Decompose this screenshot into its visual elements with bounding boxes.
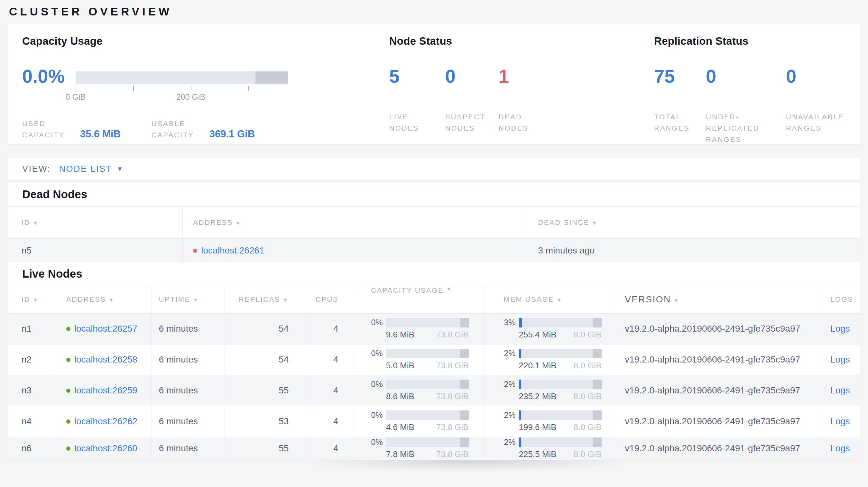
dead-col-address[interactable]: ADDRESS▼ [183, 206, 526, 239]
live-col-capacity-usage[interactable]: CAPACITY USAGE▼ [352, 286, 484, 295]
mem-meter [519, 437, 601, 447]
node-address-link[interactable]: localhost:26257 [74, 324, 137, 333]
live-col-logs: LOGS [816, 286, 860, 313]
tick-label-0: 0 GiB [66, 92, 86, 102]
mem-meter [519, 411, 601, 420]
logs-link[interactable]: Logs [830, 385, 850, 395]
used-capacity-label: USED CAPACITY [22, 118, 78, 140]
node-id: n3 [8, 375, 56, 406]
node-logs-cell: Logs [816, 313, 860, 344]
suspect-nodes-label: SUSPECT NODES [445, 111, 487, 134]
node-logs-cell: Logs [816, 406, 860, 437]
node-capacity-cell: 0% 7.8 MiB73.8 GiB [352, 437, 484, 460]
node-address-cell: localhost:26260 [56, 437, 152, 460]
dead-col-id[interactable]: ID▼ [8, 206, 183, 239]
live-nodes-heading: Live Nodes [8, 262, 860, 286]
node-address-link[interactable]: localhost:26259 [74, 385, 137, 395]
capacity-meter [386, 349, 469, 358]
dead-col-dead-since[interactable]: DEAD SINCE▼ [526, 206, 860, 239]
table-row: n4 localhost:26262 6 minutes 53 4 0% 4.6… [8, 406, 860, 437]
dead-nodes-table: ID▼ ADDRESS▼ DEAD SINCE▼ n5 localhost:26… [8, 206, 860, 262]
logs-link[interactable]: Logs [830, 416, 850, 426]
sort-icon: ▼ [193, 297, 199, 303]
total-ranges-label: TOTAL RANGES [654, 111, 696, 134]
live-col-uptime[interactable]: UPTIME▼ [152, 286, 225, 313]
node-cpus: 4 [305, 375, 352, 406]
node-logs-cell: Logs [816, 375, 860, 406]
live-status-dot-icon [66, 358, 70, 362]
live-nodes-header-row: ID▼ ADDRESS▼ UPTIME▼ REPLICAS▼ CPUS CAPA… [8, 286, 860, 313]
node-mem-cell: 2% 225.5 MiB8.0 GiB [484, 437, 615, 460]
capacity-meter [386, 318, 469, 327]
suspect-nodes-stat: 0 SUSPECT NODES [445, 66, 499, 134]
live-status-dot-icon [66, 419, 70, 424]
node-address-cell: localhost:26258 [56, 344, 152, 375]
live-col-mem-usage[interactable]: MEM USAGE▼ [484, 286, 615, 313]
capacity-percent: 0.0% [22, 66, 75, 87]
nodes-tables-card: Dead Nodes ID▼ ADDRESS▼ DEAD SINCE▼ [8, 183, 860, 460]
node-address-link[interactable]: localhost:26260 [74, 443, 137, 453]
sort-icon: ▼ [109, 297, 115, 303]
node-mem-cell: 2% 220.1 MiB8.0 GiB [484, 344, 615, 375]
node-address-link[interactable]: localhost:26262 [74, 416, 137, 426]
node-address-link[interactable]: localhost:26258 [74, 355, 137, 364]
live-col-replicas[interactable]: REPLICAS▼ [225, 286, 305, 313]
node-uptime: 6 minutes [152, 344, 225, 375]
sort-icon: ▼ [674, 298, 679, 303]
mem-meter [519, 318, 601, 327]
node-cpus: 4 [305, 344, 352, 375]
capacity-usage-section: Capacity Usage 0.0% 0 GiB 200 GiB [22, 35, 389, 144]
node-version: v19.2.0-alpha.20190606-2491-gfe735c9a97 [615, 406, 816, 437]
node-replicas: 55 [225, 375, 305, 406]
logs-link[interactable]: Logs [830, 355, 850, 364]
node-version: v19.2.0-alpha.20190606-2491-gfe735c9a97 [615, 344, 816, 375]
table-row: n3 localhost:26259 6 minutes 55 4 0% 8.6… [8, 375, 860, 406]
dead-nodes-value: 1 [499, 66, 563, 87]
live-col-id[interactable]: ID▼ [8, 286, 56, 313]
live-nodes-label: LIVE NODES [389, 111, 431, 134]
live-col-version[interactable]: VERSION▼ [615, 286, 816, 313]
table-row: n5 localhost:26261 3 minutes ago [8, 239, 860, 262]
dead-nodes-heading: Dead Nodes [8, 183, 860, 206]
live-col-address[interactable]: ADDRESS▼ [56, 286, 152, 313]
node-status-section: Node Status 5 LIVE NODES 0 SUSPECT NODES… [389, 35, 654, 144]
node-version: v19.2.0-alpha.20190606-2491-gfe735c9a97 [615, 375, 816, 406]
node-id: n1 [8, 313, 56, 344]
view-selector-bar: VIEW: NODE LIST ▼ [8, 158, 860, 180]
used-capacity-value: 35.6 MiB [80, 128, 121, 140]
node-id: n2 [8, 344, 56, 375]
node-address-cell: localhost:26257 [56, 313, 152, 344]
node-replicas: 55 [225, 437, 305, 460]
dead-node-id: n5 [8, 239, 183, 262]
sort-icon: ▼ [33, 297, 39, 303]
node-uptime: 6 minutes [152, 437, 225, 460]
capacity-usage-title: Capacity Usage [22, 35, 389, 47]
node-version: v19.2.0-alpha.20190606-2491-gfe735c9a97 [615, 313, 816, 344]
tick-label-200: 200 GiB [176, 92, 205, 102]
node-replicas: 54 [225, 344, 305, 375]
capacity-gauge-axis [75, 86, 288, 92]
cluster-overview-page: CLUSTER OVERVIEW Capacity Usage 0.0% 0 G… [0, 0, 868, 473]
node-address-cell: localhost:26259 [56, 375, 152, 406]
dead-node-dead-since: 3 minutes ago [526, 239, 860, 262]
node-replicas: 53 [225, 406, 305, 437]
node-replicas: 54 [225, 313, 305, 344]
capacity-gauge-labels: 0 GiB 200 GiB [75, 92, 288, 102]
view-dropdown-value: NODE LIST [59, 164, 112, 174]
sort-icon: ▼ [592, 220, 598, 226]
sort-icon: ▼ [33, 220, 39, 226]
capacity-meter [386, 411, 469, 420]
dead-node-address-link[interactable]: localhost:26261 [201, 246, 264, 255]
node-cpus: 4 [305, 406, 352, 437]
node-mem-cell: 2% 199.6 MiB8.0 GiB [484, 406, 615, 437]
table-row: n2 localhost:26258 6 minutes 54 4 0% 5.0… [8, 344, 860, 375]
node-capacity-cell: 0% 9.6 MiB73.8 GiB [352, 313, 484, 344]
live-status-dot-icon [66, 327, 70, 331]
view-dropdown[interactable]: NODE LIST ▼ [59, 164, 124, 174]
unavailable-ranges-stat: 0 UNAVAILABLE RANGES [786, 66, 860, 134]
logs-link[interactable]: Logs [830, 324, 850, 333]
logs-link[interactable]: Logs [830, 443, 850, 453]
chevron-down-icon: ▼ [117, 165, 124, 173]
node-logs-cell: Logs [816, 437, 860, 460]
view-label: VIEW: [22, 164, 51, 174]
